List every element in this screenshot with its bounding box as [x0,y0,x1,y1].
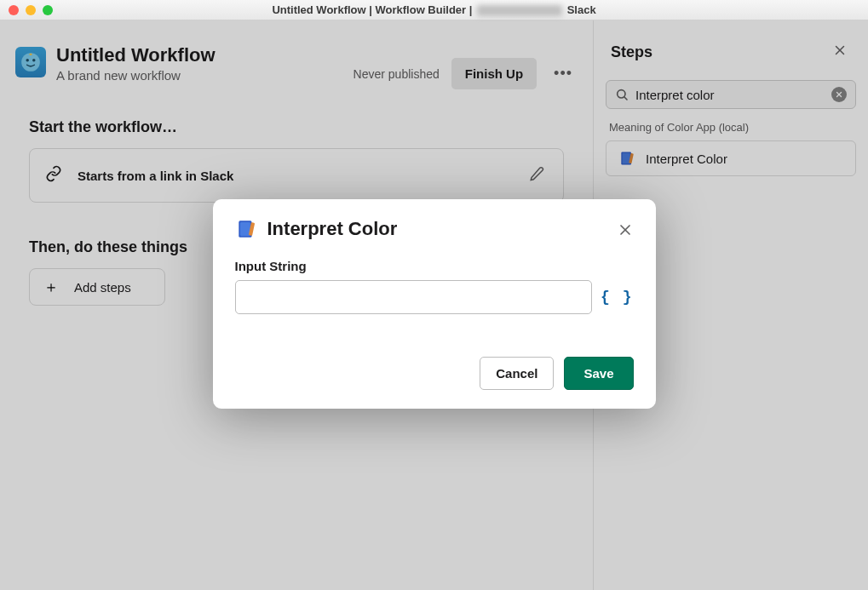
book-icon [235,218,257,240]
interpret-color-modal: Interpret Color Input String { } Cancel … [213,199,656,409]
workspace-name-redacted [477,5,562,16]
minimize-window-button[interactable] [26,5,36,15]
maximize-window-button[interactable] [43,5,53,15]
modal-close-button[interactable] [613,218,637,245]
input-string-label: Input String [235,259,634,273]
close-icon [617,221,634,238]
modal-backdrop[interactable]: Interpret Color Input String { } Cancel … [0,20,868,590]
traffic-lights [9,5,53,15]
window-title: Untitled Workflow | Workflow Builder | S… [272,3,595,16]
close-window-button[interactable] [9,5,19,15]
window-title-prefix: Untitled Workflow | Workflow Builder | [272,3,472,16]
window-titlebar: Untitled Workflow | Workflow Builder | S… [0,0,868,20]
window-title-suffix: Slack [567,3,596,16]
insert-variable-button[interactable]: { } [601,289,633,306]
save-button[interactable]: Save [564,357,633,390]
modal-title: Interpret Color [267,218,398,240]
cancel-button[interactable]: Cancel [480,357,554,390]
input-string-field[interactable] [235,280,593,314]
